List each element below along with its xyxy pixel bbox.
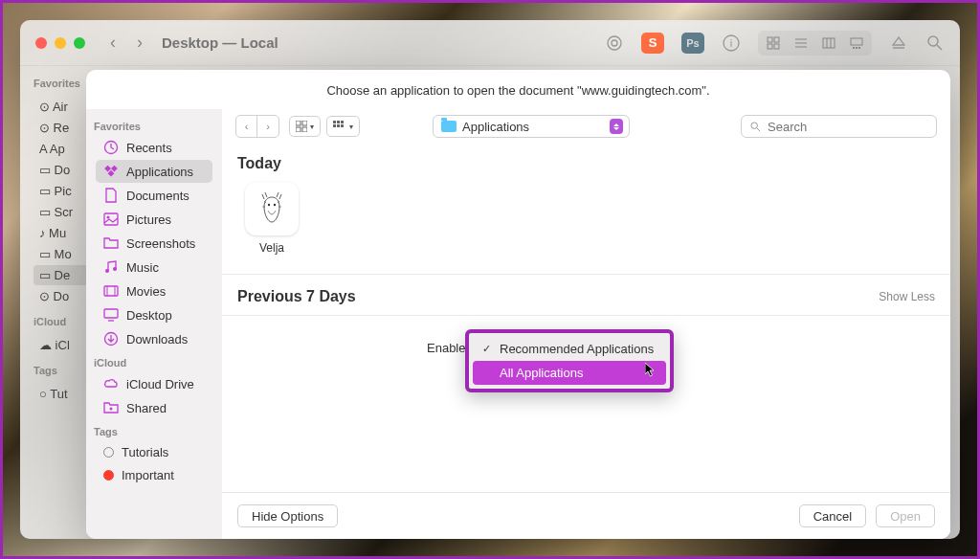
bg-sidebar-item: ⊙ Do — [33, 286, 89, 306]
view-mode-group[interactable] — [758, 31, 872, 56]
sidebar-item-label: Music — [126, 260, 159, 275]
bg-sidebar-item: A Ap — [33, 139, 89, 159]
nav-group: ‹ › — [235, 115, 279, 138]
back-button[interactable]: ‹ — [236, 116, 257, 137]
dialog-sidebar: Favorites RecentsApplicationsDocumentsPi… — [86, 109, 222, 539]
dialog-footer: Hide Options Cancel Open — [222, 492, 950, 539]
tag-dot-icon — [103, 470, 114, 481]
app-item-velja[interactable]: Velja — [237, 182, 306, 255]
svg-point-32 — [110, 408, 113, 411]
sidebar-item-music[interactable]: Music — [96, 256, 212, 279]
sidebar-item-pictures[interactable]: Pictures — [96, 208, 212, 231]
sidebar-item-desktop[interactable]: Desktop — [96, 303, 212, 326]
sidebar-item-label: Desktop — [126, 308, 172, 323]
location-label: Applications — [462, 120, 604, 134]
forward-button[interactable]: › — [257, 116, 278, 137]
sidebar-item-label: Movies — [126, 284, 166, 299]
forward-button[interactable]: › — [137, 33, 143, 53]
svg-rect-4 — [768, 37, 772, 42]
svg-rect-16 — [856, 47, 858, 49]
dropdown-option-recommended[interactable]: ✓ Recommended Applications — [473, 337, 666, 361]
show-less-button[interactable]: Show Less — [879, 290, 935, 303]
open-button[interactable]: Open — [876, 504, 935, 527]
sidebar-item-label: Screenshots — [126, 236, 195, 251]
search-field[interactable] — [741, 115, 937, 138]
cancel-button[interactable]: Cancel — [799, 504, 866, 527]
nav-arrows: ‹ › — [110, 33, 143, 53]
group-mode-button[interactable]: ▾ — [326, 116, 360, 137]
svg-rect-15 — [853, 47, 855, 49]
svg-text:i: i — [730, 37, 732, 49]
svg-line-44 — [757, 127, 760, 130]
svg-rect-33 — [296, 121, 301, 125]
svg-point-23 — [107, 216, 110, 219]
sidebar-item-movies[interactable]: Movies — [96, 280, 212, 302]
info-icon[interactable]: i — [722, 34, 741, 53]
eject-icon[interactable] — [889, 34, 908, 53]
sidebar-item-recents[interactable]: Recents — [96, 136, 212, 159]
app-name-label: Velja — [259, 241, 284, 255]
sidebar-section-header: Favorites — [33, 78, 89, 89]
updown-arrows-icon — [610, 119, 623, 134]
svg-rect-40 — [333, 124, 336, 127]
shared-icon — [103, 400, 119, 415]
svg-rect-5 — [774, 37, 779, 42]
sidebar-item-downloads[interactable]: Downloads — [96, 327, 212, 350]
sidebar-item-label: Documents — [126, 189, 189, 203]
svg-rect-7 — [774, 44, 779, 49]
sidebar-tag-important[interactable]: Important — [96, 464, 212, 486]
sidebar-section-header: Tags — [86, 420, 222, 441]
gallery-view-button[interactable] — [843, 33, 870, 54]
airdrop-icon[interactable] — [605, 34, 624, 53]
sidebar-item-screenshots[interactable]: Screenshots — [96, 232, 212, 255]
svg-rect-37 — [333, 121, 336, 123]
bg-sidebar-item: ♪ Mu — [33, 223, 89, 243]
view-mode-button[interactable]: ▾ — [289, 116, 321, 137]
zoom-window-button[interactable] — [74, 37, 85, 49]
checkmark-icon: ✓ — [482, 343, 494, 355]
icon-view-button[interactable] — [760, 33, 787, 54]
bg-sidebar-item: ☁ iCl — [33, 335, 89, 355]
tag-dot-icon — [103, 447, 114, 458]
svg-rect-34 — [302, 121, 307, 125]
hide-options-button[interactable]: Hide Options — [237, 504, 338, 527]
svg-rect-11 — [823, 38, 835, 48]
sidebar-item-applications[interactable]: Applications — [96, 160, 212, 183]
sidebar-item-label: Downloads — [126, 332, 188, 347]
sidebar-section-header: Favorites — [86, 115, 222, 136]
app-icon-ps[interactable]: Ps — [681, 33, 704, 54]
back-button[interactable]: ‹ — [110, 33, 116, 53]
sidebar-item-label: Pictures — [126, 212, 171, 227]
traffic-lights[interactable] — [35, 37, 85, 49]
option-label: Recommended Applications — [500, 342, 654, 356]
folder-icon — [441, 121, 457, 132]
bg-sidebar-item: ▭ Mo — [33, 244, 89, 264]
dropdown-option-all[interactable]: All Applications — [473, 361, 666, 385]
minimize-window-button[interactable] — [55, 37, 66, 49]
dialog-instruction: Choose an application to open the docume… — [86, 70, 950, 109]
column-view-button[interactable] — [815, 33, 842, 54]
svg-point-19 — [928, 36, 938, 46]
search-input[interactable] — [768, 120, 928, 134]
search-icon[interactable] — [925, 34, 945, 53]
list-view-button[interactable] — [788, 33, 814, 54]
location-dropdown[interactable]: Applications — [433, 115, 630, 138]
close-window-button[interactable] — [35, 37, 47, 49]
svg-rect-14 — [851, 38, 862, 45]
sidebar-item-label: Recents — [126, 141, 172, 155]
app-icon-s[interactable]: S — [641, 33, 664, 54]
svg-point-1 — [612, 40, 617, 46]
sidebar-tag-tutorials[interactable]: Tutorials — [96, 441, 212, 463]
sidebar-item-label: Important — [122, 468, 174, 482]
sidebar-item-shared[interactable]: Shared — [96, 396, 212, 419]
desktop-icon — [103, 307, 119, 323]
svg-line-20 — [937, 45, 942, 50]
enable-dropdown-menu[interactable]: ✓ Recommended Applications All Applicati… — [465, 329, 674, 392]
music-icon — [103, 259, 119, 275]
clock-icon — [103, 140, 119, 155]
pic-icon — [103, 212, 119, 227]
sidebar-item-documents[interactable]: Documents — [96, 184, 212, 207]
svg-point-46 — [274, 204, 276, 206]
bg-sidebar-item: ▭ De — [33, 265, 89, 285]
sidebar-item-icloud-drive[interactable]: iCloud Drive — [96, 372, 212, 395]
